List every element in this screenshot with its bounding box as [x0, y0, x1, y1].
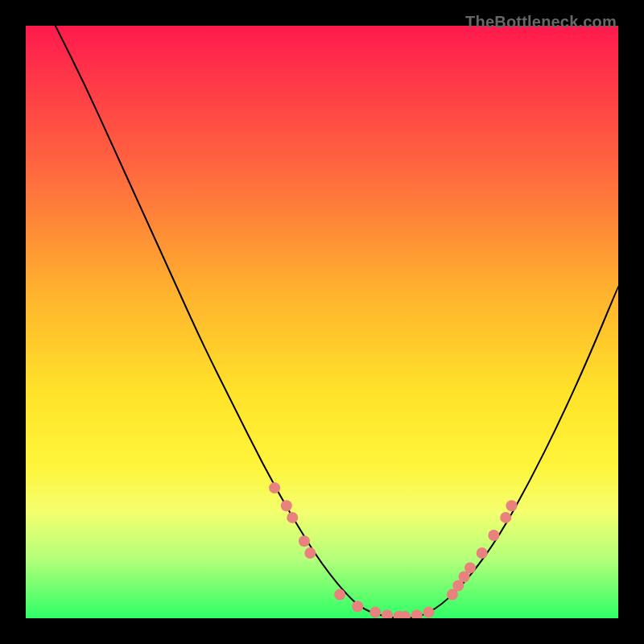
watermark-label: TheBottleneck.com [465, 13, 617, 31]
data-marker [488, 530, 499, 541]
data-marker [334, 589, 345, 601]
data-marker [369, 607, 381, 618]
data-marker [304, 547, 316, 559]
chart-svg [26, 26, 618, 618]
chart-frame: TheBottleneck.com [13, 13, 631, 631]
bottleneck-curve [56, 26, 618, 618]
data-marker [299, 535, 310, 547]
data-marker [281, 500, 292, 511]
data-marker [352, 601, 363, 612]
chart-plot-area [26, 26, 618, 618]
data-marker [287, 512, 298, 523]
data-marker [464, 562, 476, 573]
data-marker [506, 500, 518, 511]
marker-group [269, 482, 517, 618]
data-marker [382, 609, 393, 618]
data-marker [423, 607, 435, 618]
data-marker [500, 512, 511, 523]
data-marker [477, 547, 488, 559]
data-marker [411, 609, 423, 618]
data-marker [269, 482, 280, 493]
